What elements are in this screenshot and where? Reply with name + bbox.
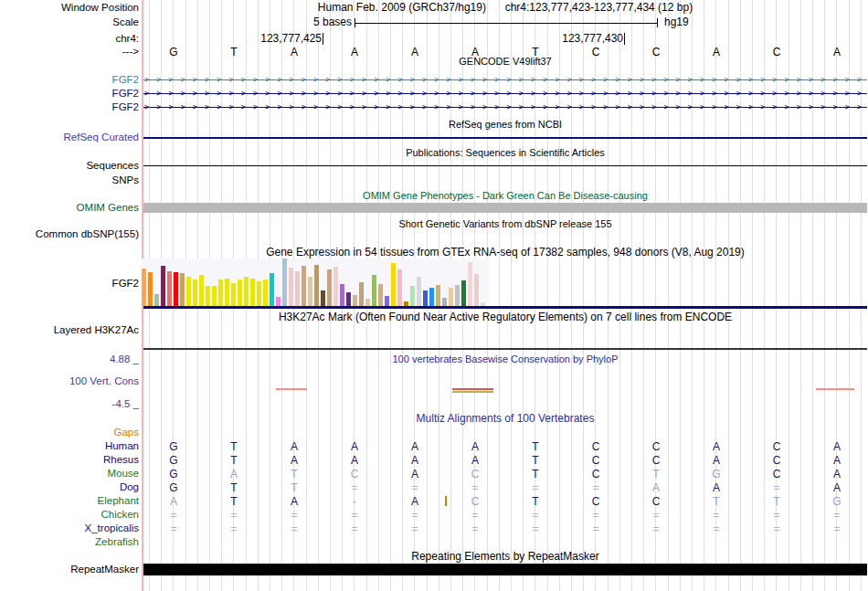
gtex-bar[interactable]	[206, 286, 210, 306]
gtex-bar[interactable]	[257, 281, 261, 306]
gtex-bar[interactable]	[442, 298, 447, 306]
species-label[interactable]: Human	[0, 440, 139, 452]
alignment-cell: T	[686, 495, 746, 508]
h3k27ac-track-title: H3K27Ac Mark (Often Found Near Active Re…	[143, 311, 867, 323]
species-label[interactable]: X_tropicalis	[0, 522, 139, 534]
gtex-bar[interactable]	[410, 286, 415, 306]
gtex-bar[interactable]	[436, 285, 440, 306]
gtex-bar[interactable]	[225, 279, 229, 306]
species-label[interactable]: Rhesus	[0, 454, 139, 466]
species-label[interactable]: Gaps	[0, 427, 139, 438]
species-label[interactable]: Elephant	[0, 495, 139, 507]
repeatmasker-label[interactable]: RepeatMasker	[0, 564, 139, 575]
species-label[interactable]: Zebrafish	[0, 536, 139, 548]
repeatmasker-bar[interactable]	[143, 564, 867, 575]
alignment-cell: =	[626, 522, 686, 535]
gtex-bar[interactable]	[327, 269, 332, 306]
alignment-insertion-marker	[445, 496, 447, 506]
repeatmasker-track-title: Repeating Elements by RepeatMasker	[143, 551, 867, 563]
gtex-bar[interactable]	[212, 286, 217, 306]
species-label[interactable]: Chicken	[0, 509, 139, 521]
gtex-bar[interactable]	[321, 290, 325, 306]
gtex-bar[interactable]	[429, 288, 434, 306]
refseq-curated-label[interactable]: RefSeq Curated	[0, 132, 139, 143]
alignment-cell: A	[264, 454, 324, 467]
gtex-bar[interactable]	[372, 275, 376, 306]
gtex-bar[interactable]	[468, 262, 472, 306]
gtex-bar[interactable]	[238, 280, 242, 306]
gtex-bar[interactable]	[142, 269, 146, 306]
gtex-bar[interactable]	[186, 277, 191, 306]
species-label[interactable]: Dog	[0, 481, 139, 493]
gtex-bar[interactable]	[302, 266, 306, 306]
gtex-bar[interactable]	[461, 280, 466, 306]
alignment-cell: =	[626, 509, 686, 522]
gtex-bar[interactable]	[154, 294, 159, 306]
alignment-cell: A	[807, 468, 867, 480]
gencode-track-title: GENCODE V49lift37	[143, 56, 867, 68]
gene-transcript-line[interactable]: >>>>>>>>>>>>>>>>>>>>>>>>>>>>>>>>>>>>>>>>…	[143, 88, 867, 100]
gtex-bar[interactable]	[308, 277, 312, 306]
dbsnp-label[interactable]: Common dbSNP(155)	[0, 228, 139, 240]
gtex-bar[interactable]	[263, 280, 268, 306]
gtex-bar[interactable]	[199, 275, 204, 306]
gtex-bar[interactable]	[333, 267, 338, 306]
gtex-bar[interactable]	[161, 266, 165, 306]
alignment-cell: G	[807, 495, 867, 508]
gene-label[interactable]: FGF2	[0, 101, 139, 113]
omim-gene-bar[interactable]	[143, 203, 867, 213]
gtex-bar[interactable]	[314, 265, 319, 306]
alignment-cell: C	[626, 454, 686, 467]
gtex-bar[interactable]	[346, 292, 351, 306]
gtex-gene-label[interactable]: FGF2	[0, 278, 139, 290]
phylop-min-value: -4.5 _	[0, 398, 139, 410]
gtex-bar[interactable]	[231, 283, 236, 306]
alignment-cell: G	[143, 454, 204, 467]
gtex-bar[interactable]	[449, 288, 453, 306]
gtex-bar[interactable]	[218, 280, 223, 306]
gtex-bar[interactable]	[397, 269, 402, 306]
gtex-bar[interactable]	[340, 284, 344, 306]
gtex-bar[interactable]	[289, 268, 293, 306]
gtex-bar[interactable]	[167, 271, 172, 306]
alignment-cell: =	[566, 481, 626, 494]
omim-genes-label[interactable]: OMIM Genes	[0, 202, 139, 214]
alignment-cell: A	[686, 481, 746, 494]
gtex-bar[interactable]	[417, 277, 421, 306]
species-label[interactable]: Mouse	[0, 468, 139, 480]
gtex-bar[interactable]	[391, 263, 396, 306]
gtex-bar[interactable]	[244, 277, 249, 306]
gtex-bar[interactable]	[148, 272, 153, 306]
alignment-cell: A	[807, 454, 867, 467]
gtex-bar[interactable]	[474, 274, 479, 306]
gtex-bar[interactable]	[385, 296, 389, 306]
gene-label[interactable]: FGF2	[0, 74, 139, 86]
strand-arrows: >>>>>>>>>>>>>>>>>>>>>>>>>>>>>>>>>>>>>>>>…	[144, 74, 867, 86]
gtex-bar[interactable]	[193, 280, 197, 306]
snps-label[interactable]: SNPs	[0, 174, 139, 186]
gtex-bar[interactable]	[180, 273, 185, 306]
gtex-baseline	[143, 306, 867, 309]
sequences-label[interactable]: Sequences	[0, 160, 139, 172]
alignment-cell: =	[807, 522, 867, 535]
gene-transcript-line[interactable]: >>>>>>>>>>>>>>>>>>>>>>>>>>>>>>>>>>>>>>>>…	[143, 74, 867, 86]
gtex-bar[interactable]	[250, 279, 255, 306]
refseq-gene-line[interactable]	[143, 137, 867, 139]
gtex-bar[interactable]	[455, 285, 460, 306]
gtex-bar[interactable]	[174, 272, 178, 306]
phylop-label[interactable]: 100 Vert. Cons	[0, 375, 139, 387]
gtex-bar[interactable]	[365, 299, 370, 306]
gtex-bar[interactable]	[276, 297, 281, 306]
gtex-bar[interactable]	[423, 290, 428, 306]
gtex-bar[interactable]	[270, 273, 274, 306]
gtex-bar[interactable]	[282, 259, 287, 306]
h3k27ac-label[interactable]: Layered H3K27Ac	[0, 324, 139, 336]
publications-item-line[interactable]	[143, 165, 867, 166]
alignment-cell: =	[143, 509, 204, 522]
gene-label[interactable]: FGF2	[0, 88, 139, 100]
gene-transcript-line[interactable]: >>>>>>>>>>>>>>>>>>>>>>>>>>>>>>>>>>>>>>>>…	[143, 101, 867, 113]
gtex-bar[interactable]	[378, 284, 383, 306]
gtex-bar[interactable]	[295, 271, 300, 306]
gtex-bar[interactable]	[353, 295, 357, 306]
gtex-bar[interactable]	[359, 282, 364, 306]
